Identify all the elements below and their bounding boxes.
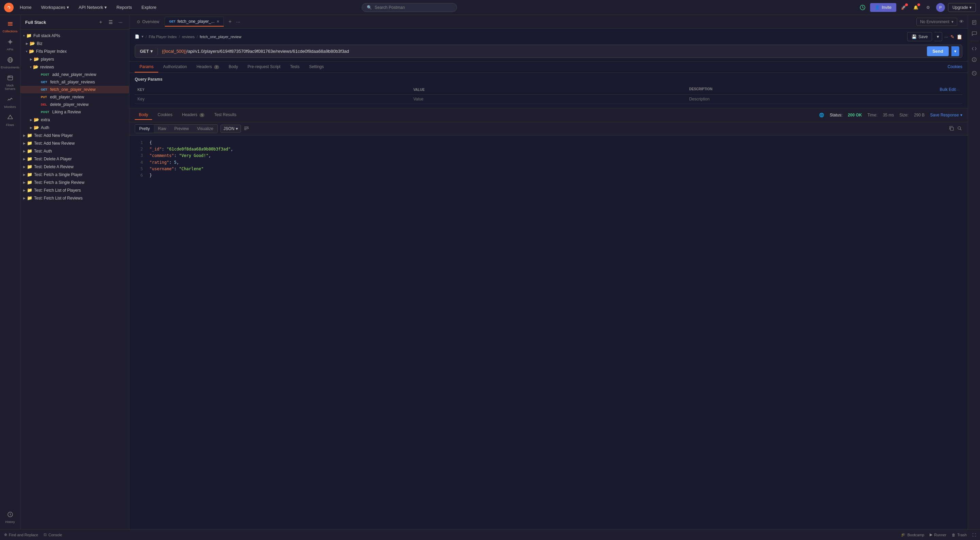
environment-selector[interactable]: No Environment ▾ <box>916 18 957 26</box>
console-item[interactable]: ⊡ Console <box>43 532 62 537</box>
search-bar[interactable]: 🔍 Search Postman <box>362 3 457 12</box>
resp-tab-body[interactable]: Body <box>135 110 152 120</box>
list-item[interactable]: ▶ 📂 players <box>21 55 129 63</box>
find-replace-item[interactable]: ⊕ Find and Replace <box>4 532 38 537</box>
notification-icon-btn[interactable]: 🔔 <box>911 3 921 12</box>
tab-params[interactable]: Params <box>135 62 158 73</box>
list-item[interactable]: ▶ 📁 Test: Fetch List of Players <box>21 186 129 194</box>
list-item[interactable]: POST Liking a Review <box>21 108 129 116</box>
list-item[interactable]: ▶ 📁 Test: Fetch a Single Player <box>21 170 129 178</box>
method-selector[interactable]: GET ▾ <box>138 47 155 55</box>
tab-settings[interactable]: Settings <box>304 62 328 73</box>
edit-icon-btn[interactable]: ✎ <box>950 32 955 41</box>
save-button[interactable]: 💾 Save <box>907 32 932 41</box>
list-item[interactable]: ▶ 📁 Test: Delete A Review <box>21 163 129 170</box>
more-options-button[interactable]: ··· <box>117 18 124 26</box>
bell-icon-btn[interactable]: 🚀 <box>899 3 908 12</box>
list-item[interactable]: ▶ 📂 extra <box>21 116 129 124</box>
copy-response-button[interactable] <box>949 126 954 132</box>
tab-pre-request-script[interactable]: Pre-request Script <box>243 62 285 73</box>
tab-body[interactable]: Body <box>224 62 243 73</box>
sidebar-item-monitors[interactable]: Monitors <box>1 93 19 112</box>
upgrade-button[interactable]: Upgrade ▾ <box>948 3 976 12</box>
breadcrumb-collection[interactable]: Fifa Player Index <box>149 35 177 39</box>
bootcamp-item[interactable]: 🎓 Bootcamp <box>901 532 924 537</box>
list-item[interactable]: PUT edit_player_review <box>21 93 129 101</box>
search-response-button[interactable] <box>957 126 962 132</box>
tab-authorization[interactable]: Authorization <box>158 62 192 73</box>
save-split-button[interactable]: ▾ <box>934 32 942 41</box>
description-input[interactable] <box>689 97 959 102</box>
preview-env-button[interactable]: 👁 <box>958 18 965 25</box>
list-item[interactable]: ▶ 📂 Auth <box>21 124 129 131</box>
tab-headers[interactable]: Headers 7 <box>192 62 224 73</box>
doc-icon-btn[interactable]: 📋 <box>956 32 962 41</box>
sync-icon-btn[interactable] <box>858 3 867 12</box>
sidebar-item-collections[interactable]: Collections <box>1 18 19 36</box>
list-item[interactable]: ▾ 📂 Fifa Player Index <box>21 47 129 55</box>
list-item[interactable]: POST add_new_player_review <box>21 71 129 78</box>
list-item[interactable]: ▶ 📁 Test: Fetch List of Reviews <box>21 194 129 202</box>
add-collection-button[interactable]: ＋ <box>97 18 105 26</box>
list-item[interactable]: ▶ 📁 Test: Fetch a Single Review <box>21 178 129 186</box>
settings-icon-btn[interactable]: ⚙ <box>924 3 933 12</box>
right-comment-icon-btn[interactable] <box>969 29 979 38</box>
key-input[interactable] <box>137 97 408 102</box>
resp-tab-cookies[interactable]: Cookies <box>153 110 176 120</box>
list-item[interactable]: ▶ 📁 Test: Delete A Player <box>21 155 129 163</box>
nav-home[interactable]: Home <box>16 3 35 11</box>
list-item[interactable]: ▾ 📂 reviews <box>21 63 129 71</box>
new-tab-button[interactable]: ＋ <box>224 18 235 25</box>
more-tabs-button[interactable]: ··· <box>236 19 240 24</box>
url-input[interactable]: {{local_500}}/api/v1.0/players/6194f8735… <box>161 47 924 55</box>
list-item[interactable]: ▶ 📁 Test: Auth <box>21 147 129 155</box>
send-button[interactable]: Send <box>927 46 949 56</box>
format-tab-raw[interactable]: Raw <box>154 124 170 133</box>
tab-request[interactable]: GET fetch_one_player_... ✕ <box>165 17 224 27</box>
nav-explore[interactable]: Explore <box>138 3 160 11</box>
list-item[interactable]: GET fetch_one_player_review <box>21 86 129 93</box>
save-more-button[interactable]: ··· <box>944 32 948 41</box>
sidebar-item-mock-servers[interactable]: Mock Servers <box>1 72 19 93</box>
runner-item[interactable]: ▶ Runner <box>930 532 946 537</box>
expand-item[interactable]: ⛶ <box>972 533 976 537</box>
sidebar-item-history[interactable]: History <box>1 508 19 526</box>
tab-tests[interactable]: Tests <box>285 62 304 73</box>
list-item[interactable]: ▶ 📁 Test: Add New Review <box>21 139 129 147</box>
json-format-selector[interactable]: JSON ▾ <box>221 124 241 133</box>
tab-overview[interactable]: ⊙ Overview <box>132 18 164 26</box>
resp-tab-test-results[interactable]: Test Results <box>210 110 240 120</box>
list-item[interactable]: ▾ 📁 Full stack APIs <box>21 32 129 40</box>
nav-reports[interactable]: Reports <box>113 3 135 11</box>
right-code-icon-btn[interactable] <box>969 44 979 53</box>
value-input[interactable] <box>414 97 684 102</box>
more-params-button[interactable]: ··· <box>956 87 959 92</box>
trash-item[interactable]: 🗑 Trash <box>952 533 967 537</box>
format-tab-preview[interactable]: Preview <box>170 124 193 133</box>
cookies-link[interactable]: Cookies <box>948 62 962 73</box>
right-info-icon-btn[interactable] <box>969 55 979 64</box>
list-item[interactable]: ▶ 📁 Test: Add New Player <box>21 131 129 139</box>
invite-button[interactable]: 👤 Invite <box>870 3 896 12</box>
list-item[interactable]: ▶ 📂 Biz <box>21 40 129 47</box>
list-item[interactable]: DEL delete_player_review <box>21 101 129 108</box>
send-split-button[interactable]: ▾ <box>951 46 959 56</box>
save-response-button[interactable]: Save Response ▾ <box>930 113 962 118</box>
sidebar-item-flows[interactable]: Flows <box>1 112 19 129</box>
right-doc-icon-btn[interactable] <box>969 18 979 27</box>
format-tab-pretty[interactable]: Pretty <box>135 124 154 133</box>
right-cookie-icon-btn[interactable] <box>969 68 979 78</box>
close-icon[interactable]: ✕ <box>216 19 220 24</box>
avatar-btn[interactable]: P <box>936 3 945 12</box>
app-logo[interactable] <box>4 3 14 12</box>
sidebar-item-apis[interactable]: APIs <box>1 36 19 54</box>
nav-api-network[interactable]: API Network ▾ <box>75 3 110 11</box>
wrap-lines-button[interactable] <box>243 126 249 132</box>
resp-tab-headers[interactable]: Headers 5 <box>178 110 209 120</box>
filter-button[interactable]: ☰ <box>107 18 115 26</box>
sidebar-item-environments[interactable]: Environments <box>1 54 19 72</box>
breadcrumb-folder[interactable]: reviews <box>182 35 195 39</box>
nav-workspaces[interactable]: Workspaces ▾ <box>38 3 73 11</box>
bulk-edit-button[interactable]: Bulk Edit <box>940 87 956 92</box>
format-tab-visualize[interactable]: Visualize <box>193 124 218 133</box>
